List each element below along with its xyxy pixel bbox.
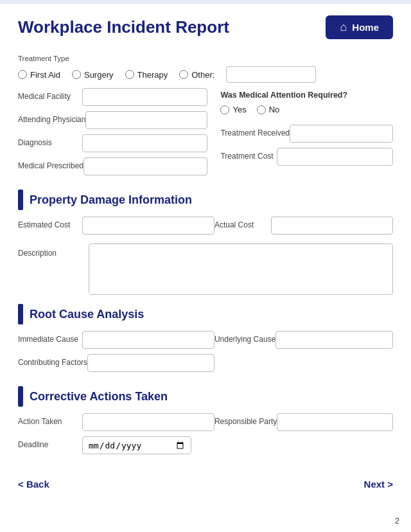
action-taken-row: Action Taken (18, 413, 214, 431)
medical-facility-input[interactable] (82, 88, 207, 106)
radio-other-input[interactable] (179, 70, 188, 79)
description-label: Description (18, 244, 82, 258)
yes-label: Yes (232, 105, 246, 114)
radio-surgery-input[interactable] (72, 70, 81, 79)
radio-no-input[interactable] (257, 105, 266, 114)
underlying-cause-row: Underlying Cause (214, 331, 393, 349)
treatment-cost-label: Treatment Cost (220, 148, 277, 161)
treatment-received-label: Treatment Received (220, 125, 290, 137)
immediate-cause-row: Immediate Cause (18, 331, 214, 349)
contributing-factors-input[interactable] (87, 354, 214, 372)
contributing-factors-label: Contributing Factors (18, 354, 87, 367)
treatment-received-input[interactable] (290, 125, 393, 143)
section-bar-root-cause (18, 304, 23, 324)
medical-prescribed-input[interactable] (83, 157, 207, 175)
responsible-party-row: Responsible Party (214, 413, 393, 431)
deadline-input[interactable] (82, 436, 191, 454)
attending-physician-input[interactable] (85, 111, 207, 129)
treatment-type-row: First Aid Surgery Therapy Other: (18, 66, 393, 83)
other-text-input[interactable] (226, 66, 316, 83)
property-damage-section-header: Property Damage Information (18, 190, 393, 210)
estimated-cost-input[interactable] (82, 217, 214, 235)
medical-facility-label: Medical Facility (18, 88, 82, 101)
property-damage-heading: Property Damage Information (30, 193, 192, 207)
footer-nav: < Back Next > (0, 472, 411, 496)
root-cause-section-header: Root Cause Analysis (18, 304, 393, 324)
medical-prescribed-label: Medical Prescribed (18, 157, 83, 170)
diagnosis-label: Diagnosis (18, 134, 82, 147)
radio-therapy[interactable]: Therapy (125, 70, 168, 80)
other-label: Other: (191, 70, 214, 80)
treatment-received-row: Treatment Received (220, 125, 393, 143)
underlying-cause-label: Underlying Cause (214, 331, 275, 344)
page-number: 2 (395, 516, 399, 526)
immediate-cause-input[interactable] (82, 331, 214, 349)
home-button[interactable]: ⌂ Home (326, 15, 393, 39)
page-title: Workplace Incident Report (18, 17, 229, 37)
radio-surgery[interactable]: Surgery (72, 70, 114, 80)
back-button[interactable]: < Back (18, 479, 49, 490)
treatment-type-label: Treatment Type (18, 55, 393, 62)
radio-first-aid[interactable]: First Aid (18, 70, 60, 80)
radio-no[interactable]: No (257, 105, 280, 114)
home-icon: ⌂ (340, 21, 347, 34)
description-textarea[interactable] (89, 244, 393, 295)
medical-prescribed-row: Medical Prescribed (18, 157, 207, 175)
treatment-cost-row: Treatment Cost (220, 148, 393, 166)
medical-attention-question: Was Medical Attention Required? (220, 91, 393, 100)
actual-cost-row: Actual Cost (214, 217, 393, 235)
estimated-cost-label: Estimated Cost (18, 217, 82, 229)
diagnosis-row: Diagnosis (18, 134, 207, 152)
radio-other[interactable]: Other: (179, 70, 214, 80)
surgery-label: Surgery (84, 70, 114, 80)
actual-cost-label: Actual Cost (214, 217, 271, 229)
next-button[interactable]: Next > (364, 479, 393, 490)
medical-attention-options: Yes No (220, 105, 393, 114)
medical-facility-row: Medical Facility (18, 88, 207, 106)
diagnosis-input[interactable] (82, 134, 207, 152)
home-label: Home (352, 22, 379, 33)
action-taken-input[interactable] (82, 413, 214, 431)
therapy-label: Therapy (137, 70, 168, 80)
estimated-cost-row: Estimated Cost (18, 217, 214, 235)
root-cause-heading: Root Cause Analysis (30, 308, 144, 321)
corrective-actions-heading: Corrective Actions Taken (30, 390, 168, 403)
action-taken-label: Action Taken (18, 413, 82, 426)
section-bar-corrective (18, 386, 23, 407)
radio-yes-input[interactable] (220, 105, 229, 114)
description-row: Description (18, 244, 393, 295)
radio-first-aid-input[interactable] (18, 70, 27, 79)
immediate-cause-label: Immediate Cause (18, 331, 82, 344)
responsible-party-label: Responsible Party (214, 413, 277, 426)
first-aid-label: First Aid (30, 70, 60, 80)
corrective-actions-section-header: Corrective Actions Taken (18, 386, 393, 407)
actual-cost-input[interactable] (271, 217, 393, 235)
attending-physician-row: Attending Physician (18, 111, 207, 129)
attending-physician-label: Attending Physician (18, 111, 85, 124)
deadline-row: Deadline (18, 436, 393, 454)
contributing-factors-row: Contributing Factors (18, 354, 214, 372)
radio-yes[interactable]: Yes (220, 105, 246, 114)
section-bar-property (18, 190, 23, 210)
deadline-label: Deadline (18, 436, 82, 449)
radio-therapy-input[interactable] (125, 70, 134, 79)
no-label: No (269, 105, 280, 114)
responsible-party-input[interactable] (277, 413, 393, 431)
underlying-cause-input[interactable] (275, 331, 393, 349)
treatment-cost-input[interactable] (277, 148, 393, 166)
